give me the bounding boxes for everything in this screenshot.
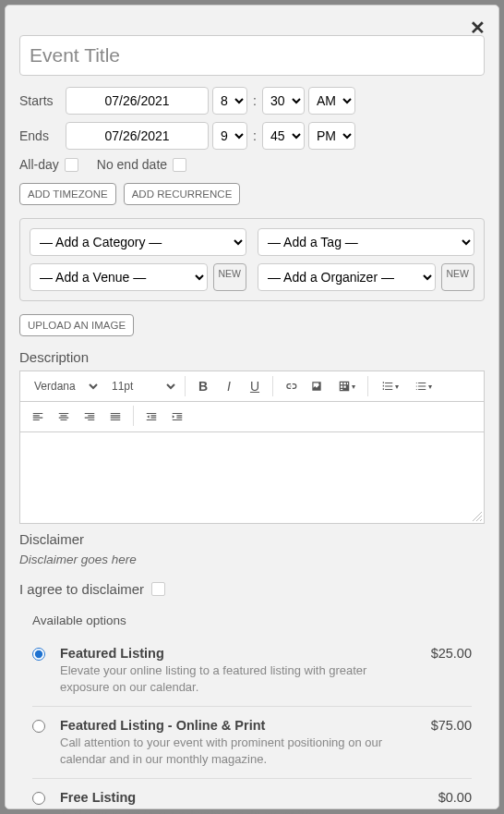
option-row: Free Listing Add your event to our calen… [32, 779, 472, 814]
editor-toolbar: Verdana 11pt B I U ▾ ▾ ▾ [19, 371, 485, 402]
underline-icon[interactable]: U [243, 375, 267, 397]
start-date-input[interactable] [66, 87, 209, 115]
organizer-select[interactable]: — Add a Organizer — [258, 263, 436, 291]
font-size-select[interactable]: 11pt [103, 375, 179, 397]
description-label: Description [19, 349, 485, 365]
outdent-icon[interactable] [139, 406, 163, 428]
ordered-list-icon[interactable]: ▾ [374, 375, 405, 397]
add-timezone-button[interactable]: Add Timezone [19, 183, 116, 205]
allday-checkbox[interactable] [65, 158, 78, 172]
align-left-icon[interactable] [26, 406, 50, 428]
start-min-select[interactable]: 30 [262, 87, 305, 115]
end-ampm-select[interactable]: PM [308, 122, 355, 150]
end-hour-select[interactable]: 9 [212, 122, 247, 150]
align-center-icon[interactable] [52, 406, 76, 428]
resize-grip-icon[interactable] [471, 510, 482, 521]
option-price: $75.00 [416, 718, 472, 767]
bold-icon[interactable]: B [191, 375, 215, 397]
option-row: Featured Listing - Online & Print Call a… [32, 707, 472, 779]
align-justify-icon[interactable] [103, 406, 127, 428]
start-ampm-select[interactable]: AM [308, 87, 355, 115]
start-hour-select[interactable]: 8 [212, 87, 247, 115]
align-right-icon[interactable] [78, 406, 102, 428]
new-organizer-button[interactable]: NEW [441, 263, 475, 291]
noenddate-label-text: No end date [97, 157, 167, 172]
agree-checkbox[interactable] [151, 582, 165, 596]
unordered-list-icon[interactable]: ▾ [407, 375, 438, 397]
font-family-select[interactable]: Verdana [26, 375, 102, 397]
noenddate-checkbox[interactable] [173, 158, 186, 172]
new-venue-button[interactable]: NEW [213, 263, 247, 291]
italic-icon[interactable]: I [217, 375, 241, 397]
option-price: $0.00 [416, 790, 472, 814]
disclaimer-text: Disclaimer goes here [19, 553, 485, 566]
option-radio-featured[interactable] [32, 648, 45, 661]
agree-label: I agree to disclaimer [19, 581, 144, 597]
editor-toolbar-2 [19, 402, 485, 432]
time-colon: : [251, 128, 258, 143]
noenddate-checkbox-label[interactable]: No end date [97, 157, 186, 172]
end-date-input[interactable] [66, 122, 209, 150]
tag-select[interactable]: — Add a Tag — [258, 228, 474, 256]
editor-body[interactable] [19, 432, 485, 524]
venue-select[interactable]: — Add a Venue — [30, 263, 208, 291]
category-select[interactable]: — Add a Category — [30, 228, 246, 256]
link-icon[interactable] [279, 375, 303, 397]
time-colon: : [251, 93, 258, 108]
option-desc: Call attention to your event with promin… [60, 735, 403, 767]
option-desc: Elevate your online listing to a feature… [60, 662, 403, 695]
end-min-select[interactable]: 45 [262, 122, 305, 150]
indent-icon[interactable] [165, 406, 189, 428]
image-icon[interactable] [305, 375, 329, 397]
add-recurrence-button[interactable]: Add Recurrence [124, 183, 241, 205]
table-icon[interactable]: ▾ [330, 375, 362, 397]
option-radio-free[interactable] [32, 792, 45, 805]
option-title: Featured Listing [60, 646, 403, 661]
options-heading: Available options [32, 614, 472, 627]
option-title: Free Listing [60, 790, 403, 805]
close-icon[interactable]: ✕ [470, 17, 486, 39]
starts-label: Starts [19, 93, 62, 108]
event-modal: ✕ Starts 8 : 30 AM Ends 9 : 45 PM All-da… [5, 5, 499, 809]
option-row: Featured Listing Elevate your online lis… [32, 635, 472, 707]
event-title-input[interactable] [19, 35, 485, 76]
disclaimer-heading: Disclaimer [19, 531, 485, 547]
upload-image-button[interactable]: Upload an Image [19, 314, 134, 336]
taxonomy-box: — Add a Category — — Add a Tag — — Add a… [19, 218, 485, 301]
allday-checkbox-label[interactable]: All-day [19, 157, 78, 172]
option-price: $25.00 [416, 646, 472, 695]
allday-label-text: All-day [19, 157, 59, 172]
option-title: Featured Listing - Online & Print [60, 718, 403, 733]
option-radio-featured-print[interactable] [32, 720, 45, 733]
option-desc: Add your event to our calendar database … [60, 807, 403, 814]
ends-label: Ends [19, 128, 62, 143]
